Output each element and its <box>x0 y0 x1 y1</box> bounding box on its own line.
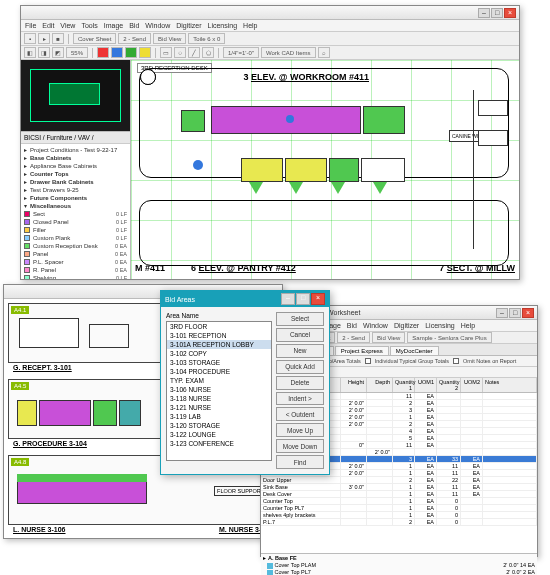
area-list-item[interactable]: TYP. EXAM <box>167 376 271 385</box>
layer-item[interactable]: Custom Plank0 LF <box>23 234 128 242</box>
work-items-label[interactable]: Work CAD Items <box>261 47 316 58</box>
area-list-item[interactable]: 3-120 STORAGE <box>167 421 271 430</box>
table-row[interactable]: P.L.72EA0 <box>261 519 537 526</box>
menu-item[interactable]: Bid <box>347 322 357 329</box>
takeoff-region[interactable] <box>361 158 405 182</box>
menu-bid[interactable]: Bid <box>129 22 139 29</box>
item-tree-panel[interactable]: ▸ A. Base FE Cover Top PLAM 2' 0.0" 14 E… <box>261 553 537 575</box>
color-blue-icon[interactable] <box>111 47 123 58</box>
menu-item[interactable]: Help <box>461 322 475 329</box>
close-button[interactable]: × <box>522 308 534 318</box>
sheet-dropdown[interactable]: Cover Sheet <box>73 33 116 44</box>
menu-edit[interactable]: Edit <box>42 22 54 29</box>
layer-group[interactable]: ▸ Appliance Base Cabinets <box>23 162 128 170</box>
menu-item[interactable]: Window <box>363 322 388 329</box>
area-list-item[interactable]: 3-119 LAB <box>167 412 271 421</box>
dialog-button[interactable]: Indent > <box>276 392 324 406</box>
tab-mydoccenter[interactable]: MyDocCenter <box>390 346 439 355</box>
view-dropdown[interactable]: Bid View <box>153 33 186 44</box>
color-green-icon[interactable] <box>125 47 137 58</box>
color-yellow-icon[interactable] <box>139 47 151 58</box>
dialog-button[interactable]: Quick Add <box>276 360 324 374</box>
shape-circle-icon[interactable]: ○ <box>174 47 186 58</box>
shape-poly-icon[interactable]: ⬠ <box>202 47 214 58</box>
layer-group[interactable]: ▸ Drawer Bank Cabinets <box>23 178 128 186</box>
minimize-button[interactable]: – <box>478 8 490 18</box>
send-dropdown[interactable]: 2 - Send <box>337 332 370 343</box>
table-row[interactable]: Sink Base3' 0.0"1EA11EA <box>261 484 537 491</box>
area-list-item[interactable]: 3-118 NURSE <box>167 394 271 403</box>
tool-icon[interactable]: ◧ <box>24 47 36 58</box>
menu-licensing[interactable]: Licensing <box>208 22 238 29</box>
dialog-button[interactable]: Find <box>276 455 324 469</box>
project-dropdown[interactable]: Sample - Senlora Care Plus <box>407 332 491 343</box>
menu-window[interactable]: Window <box>145 22 170 29</box>
layer-tree[interactable]: ▸ Project Conditions - Test 9-22-17 ▸ Ba… <box>21 144 130 279</box>
tool-icon[interactable]: ◩ <box>52 47 64 58</box>
close-button[interactable]: × <box>504 8 516 18</box>
table-row[interactable]: Counter Top1EA0 <box>261 498 537 505</box>
menu-tools[interactable]: Tools <box>81 22 97 29</box>
takeoff-region-green[interactable] <box>329 158 359 182</box>
area-list-item[interactable]: 3-101 RECEPTION <box>167 331 271 340</box>
open-icon[interactable]: ▸ <box>38 33 50 44</box>
maximize-button[interactable]: □ <box>509 308 521 318</box>
search-icon[interactable]: ⌕ <box>318 47 330 58</box>
dialog-minimize-button[interactable]: – <box>281 293 295 305</box>
filter-checkbox[interactable] <box>453 358 459 364</box>
layer-item[interactable]: Sect0 LF <box>23 210 128 218</box>
maximize-button[interactable]: □ <box>491 8 503 18</box>
tool-icon[interactable]: ◨ <box>38 47 50 58</box>
tree-item[interactable]: Cover Top PL7 2' 0.0" 2 EA <box>263 569 535 575</box>
shape-line-icon[interactable]: ╱ <box>188 47 200 58</box>
send-dropdown[interactable]: 2 - Send <box>118 33 151 44</box>
filter-checkbox[interactable] <box>365 358 371 364</box>
layer-item[interactable]: Shelving0 LF <box>23 274 128 279</box>
layer-item[interactable]: Panel0 EA <box>23 250 128 258</box>
dialog-maximize-button[interactable]: □ <box>296 293 310 305</box>
menu-help[interactable]: Help <box>243 22 257 29</box>
menu-item[interactable]: Licensing <box>425 322 455 329</box>
area-list-item[interactable]: 3-123 CONFERENCE <box>167 439 271 448</box>
dialog-button[interactable]: Move Down <box>276 439 324 453</box>
menu-view[interactable]: View <box>60 22 75 29</box>
table-row[interactable]: Desk Cover1EA11EA <box>261 491 537 498</box>
dialog-button[interactable]: New <box>276 344 324 358</box>
layer-item[interactable]: Closed Panel0 LF <box>23 218 128 226</box>
table-row[interactable]: Counter Top PL71EA0 <box>261 505 537 512</box>
dialog-button[interactable]: Select <box>276 312 324 326</box>
area-list-item[interactable]: 3-106 NURSE <box>167 385 271 394</box>
layer-item[interactable]: R. Panel0 EA <box>23 266 128 274</box>
drawing-canvas[interactable]: 3RD RECEPTION DESK 3 ELEV. @ WORKROOM #4… <box>131 60 519 279</box>
scale-dropdown[interactable]: Toile 6 x 0 <box>188 33 225 44</box>
table-row[interactable]: Door Upper2EA22EA <box>261 477 537 484</box>
dialog-button[interactable]: Delete <box>276 376 324 390</box>
plan-preview[interactable] <box>21 60 130 132</box>
color-red-icon[interactable] <box>97 47 109 58</box>
area-listbox[interactable]: 3RD FLOOR3-101 RECEPTION3-101A RECEPTION… <box>166 321 272 461</box>
area-list-item[interactable]: 3-121 NURSE <box>167 403 271 412</box>
view-dropdown[interactable]: Bid View <box>372 332 405 343</box>
tree-item[interactable]: Cover Top PLAM 2' 0.0" 14 EA <box>263 562 535 569</box>
layer-item[interactable]: P.L. Spacer0 EA <box>23 258 128 266</box>
table-row[interactable]: shelves 4ply brackets1EA0 <box>261 512 537 519</box>
layer-group[interactable]: ▸ Counter Tops <box>23 170 128 178</box>
shape-rect-icon[interactable]: ▭ <box>160 47 172 58</box>
menu-image[interactable]: Image <box>104 22 123 29</box>
layer-group[interactable]: ▸ Base Cabinets <box>23 154 128 162</box>
layer-group[interactable]: ▸ Project Conditions - Test 9-22-17 <box>23 146 128 154</box>
tab-project-express[interactable]: Project Express <box>335 346 389 355</box>
takeoff-region-green[interactable] <box>363 106 405 134</box>
layer-group[interactable]: ▸ Test Drawers 9-25 <box>23 186 128 194</box>
dialog-button[interactable]: < Outdent <box>276 407 324 421</box>
scale-label[interactable]: 1/4"=1'-0" <box>223 47 259 58</box>
dialog-button[interactable]: Cancel <box>276 328 324 342</box>
layer-item[interactable]: Filler0 LF <box>23 226 128 234</box>
menu-digitizer[interactable]: Digitizer <box>176 22 201 29</box>
save-icon[interactable]: ■ <box>52 33 64 44</box>
area-list-item[interactable]: 3-103 STORAGE <box>167 358 271 367</box>
takeoff-region-yellow[interactable] <box>241 158 283 182</box>
takeoff-region-yellow[interactable] <box>285 158 327 182</box>
minimize-button[interactable]: – <box>496 308 508 318</box>
area-list-item[interactable]: 3-122 LOUNGE <box>167 430 271 439</box>
